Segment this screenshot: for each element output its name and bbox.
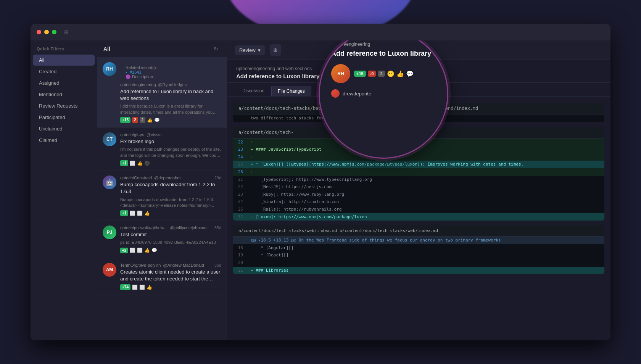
sidebar-item-review-requests[interactable]: Review Requests <box>33 100 95 111</box>
pr-author-4: @philipcolejohnson <box>170 225 207 230</box>
line-content-c24: [Sinatra]: http://sinatrarb.com <box>248 198 604 205</box>
code-line-26: 26 + <box>233 168 604 176</box>
pr-author-2: @ctsstc <box>147 132 161 137</box>
pr-item-header-1: uptech/engineering @RyanHedges <box>120 82 221 87</box>
pr-avatar-3: 🤖 <box>103 176 116 189</box>
pr-author-1: @RyanHedges <box>158 82 187 87</box>
line-content-32: + [Luxon]: https://www.npmjs.com/package… <box>248 214 604 221</box>
pr-item-3[interactable]: 🤖 uptech/Constraid @dependabot 29d Bump … <box>97 171 227 221</box>
pr-repo-3: uptech/Constraid <box>120 176 152 180</box>
sidebar: Quick Filters All Created Assigned Menti… <box>31 40 97 340</box>
issue-link-1[interactable]: #1641 <box>130 70 142 74</box>
minimize-button[interactable] <box>44 30 49 34</box>
pr-repo-4: uptech/pullwalla-github-... <box>120 225 168 230</box>
pr-item-2[interactable]: CT uptech/git-ps @ctsstc Fix broken logo… <box>97 128 227 171</box>
code-line-c23: 23 [Ruby]: https://www.ruby-lang.org <box>233 191 604 198</box>
pr-list-scroll[interactable]: RH Related issue(s): • #1641 🟣 Descripti… <box>97 58 227 340</box>
code-line-24: 24 + <box>233 153 604 161</box>
code-line-w19: 19 * [React][] <box>233 251 604 259</box>
pr-item-5[interactable]: AM TenthOrg/blvd-polylith @Andrew MacDon… <box>97 258 227 295</box>
sidebar-item-created[interactable]: Created <box>33 66 95 77</box>
sidebar-item-participated[interactable]: Participated <box>33 112 95 123</box>
thumbs-up-icon-4: 👍 <box>144 248 150 253</box>
line-content-24: + <box>248 154 604 161</box>
badge-additions-2: +1 <box>120 160 128 166</box>
line-content-c25: [Rails]: https://rubyonrails.org <box>248 206 604 213</box>
code-line-w18: 18 * [Angular][] <box>233 244 604 252</box>
avatar-image-2: CT <box>103 132 116 146</box>
pr-author-3: @dependabot <box>154 176 180 180</box>
code-diff-content: 22 + 23 + #### JavaScript/TypeScript 24 <box>233 139 604 221</box>
pr-item-header-2: uptech/git-ps @ctsstc <box>120 132 221 137</box>
pr-avatar-1: RH <box>103 62 116 76</box>
sidebar-item-assigned[interactable]: Assigned <box>33 77 95 89</box>
quick-filters-heading: Quick Filters <box>31 45 97 54</box>
pr-time-5: 36d <box>214 263 221 267</box>
pr-item-header-3: uptech/Constraid @dependabot 29d <box>120 176 221 180</box>
avatar-image-3: 🤖 <box>103 176 116 189</box>
zoom-thumbs-icon: 👍 <box>396 70 404 77</box>
square-icon-5a: ⬜ <box>132 285 138 290</box>
sidebar-item-mentioned[interactable]: Mentioned <box>33 89 95 100</box>
line-num-32: 32 <box>233 214 248 221</box>
line-num-c23: 23 <box>233 191 248 198</box>
line-num-26: 26 <box>233 169 248 176</box>
zoom-comment-icon: 💬 <box>406 70 414 77</box>
square-icon-3b: ⬜ <box>137 211 143 216</box>
tab-file-changes[interactable]: File Changes <box>271 86 311 96</box>
tab-discussion[interactable]: Discussion <box>236 86 271 96</box>
pr-list-panel: All ↻ RH Related issue(s): • <box>97 40 227 340</box>
pr-description-3: Bumps cocoapods-downloader from 1.2.2 to… <box>120 197 221 209</box>
pr-detail-repo-text: uptech/engineering and web sections <box>236 66 312 71</box>
line-content-w21: + ### Libraries <box>248 267 604 274</box>
compass-button[interactable]: ⊕ <box>270 44 281 56</box>
pr-item-header-4: uptech/pullwalla-github-... @philipcolej… <box>120 225 221 230</box>
line-content-w19: * [React][] <box>248 252 604 259</box>
sidebar-toggle-button[interactable]: ⊞ <box>64 29 69 35</box>
app-body: Quick Filters All Created Assigned Menti… <box>31 40 610 340</box>
zoom-badge-count: 2 <box>378 71 385 77</box>
pr-description-1: I did this because Luxon is a great libr… <box>120 103 221 115</box>
code-diff-web: @@ -18,5 +18,13 @@ On the Web Frontend s… <box>233 237 604 274</box>
description-bullet: 🟣 Description... <box>126 74 156 79</box>
line-content-26: + <box>248 169 604 176</box>
review-dropdown[interactable]: Review ▾ <box>235 45 265 55</box>
circle-icon-2: ⚫ <box>144 161 150 166</box>
sidebar-item-claimed[interactable]: Claimed <box>33 135 95 146</box>
thumbs-up-icon-3: 👍 <box>144 211 150 216</box>
zoom-author: drewdeponte <box>331 89 436 98</box>
line-num-c25: 25 <box>233 206 248 213</box>
code-line-c21: 21 [TypeScript]: https://www.typescriptl… <box>233 176 604 184</box>
thumbs-up-icon-1: 👍 <box>147 118 153 123</box>
pr-item-4[interactable]: PJ uptech/pullwalla-github-... @philipco… <box>97 221 227 258</box>
line-content-23: + #### JavaScript/TypeScript <box>248 146 604 153</box>
pr-item-1[interactable]: RH Related issue(s): • #1641 🟣 Descripti… <box>97 58 227 128</box>
diff-line-num <box>233 237 248 244</box>
code-line-c25: 25 [Rails]: https://rubyonrails.org <box>233 206 604 213</box>
close-button[interactable] <box>37 30 41 34</box>
pr-list-header: All ↻ <box>97 40 227 58</box>
main-panel: Review ▾ ⊕ uptech/engineering and web se… <box>227 40 610 340</box>
pr-badges-3: +1 ⬜ ⬜ 👍 <box>120 210 221 216</box>
refresh-button[interactable]: ↻ <box>211 44 221 53</box>
diff-line-content: @@ -18,5 +18,13 @@ On the Web Frontend s… <box>248 237 604 244</box>
square-icon-4a: ⬜ <box>130 248 135 253</box>
code-block-web: a/content/docs/tech-stacks/web/index.md … <box>233 225 604 274</box>
zoom-author-name: drewdeponte <box>343 91 371 97</box>
maximize-button[interactable] <box>52 30 56 34</box>
comment-icon-4: 💬 <box>151 248 157 253</box>
pr-item-content-1: Related issue(s): • #1641 🟣 Description.… <box>120 62 221 123</box>
line-num-22a: 22 <box>233 139 248 146</box>
diff-header-text: a/content/docs/tech- <box>238 130 294 135</box>
pr-item-content-4: uptech/pullwalla-github-... @philipcolej… <box>120 225 221 253</box>
bullet-icon: • <box>126 70 127 74</box>
pr-list-title: All <box>103 46 110 52</box>
code-line-25: 25 + * [Luxon][] ([@types](https://www.n… <box>233 161 604 168</box>
sidebar-item-all[interactable]: All <box>33 55 95 66</box>
sidebar-item-unclaimed[interactable]: Unclaimed <box>33 123 95 134</box>
zoom-pr-avatar: RH <box>331 64 350 83</box>
line-num-w18: 18 <box>233 245 248 251</box>
square-icon-4b: ⬜ <box>137 248 143 253</box>
line-num-25: 25 <box>233 161 248 168</box>
pr-repo-5: TenthOrg/blvd-polylith <box>120 263 161 267</box>
